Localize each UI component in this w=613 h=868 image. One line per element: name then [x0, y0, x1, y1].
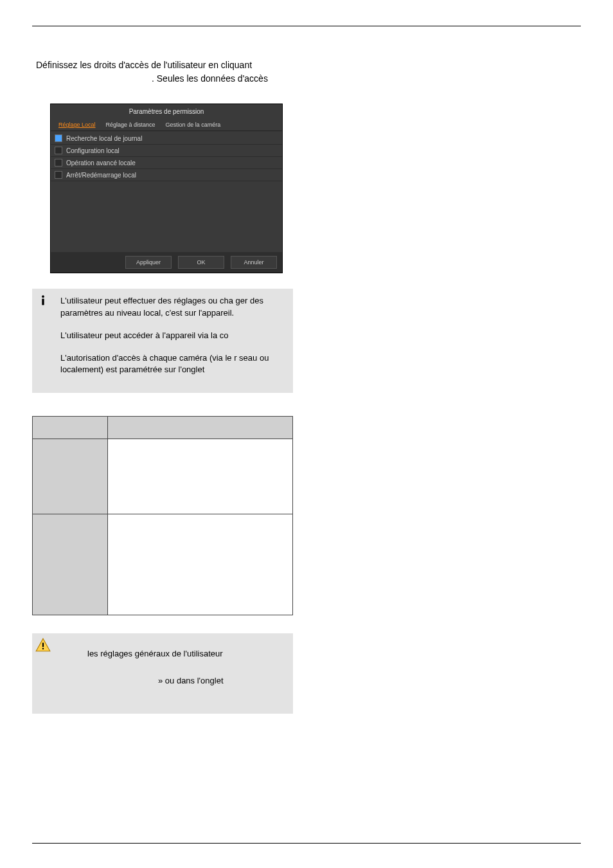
permission-list: Recherche local de journal Configuration… [51, 131, 282, 181]
dialog-tabs: Réglage Local Réglage à distance Gestion… [51, 119, 282, 131]
dialog-title: Paramètres de permission [51, 104, 282, 119]
perm-row[interactable]: Arrêt/Redémarrage local [51, 169, 282, 181]
info-p3: L'autorisation d'accès à chaque caméra (… [60, 352, 287, 377]
table-row [33, 514, 293, 615]
svg-rect-1 [42, 299, 44, 305]
top-rule [32, 26, 581, 26]
svg-point-0 [42, 295, 44, 298]
table-header-cell [108, 417, 293, 439]
tab-camera[interactable]: Gestion de la caméra [161, 119, 226, 131]
checkbox-icon[interactable] [55, 147, 62, 154]
perm-label: Recherche local de journal [66, 135, 142, 142]
warning-icon [32, 633, 54, 713]
perm-label: Opération avancé locale [66, 159, 136, 167]
table-header-row [33, 417, 293, 439]
intro-line1: Définissez les droits d'accès de l'utili… [36, 60, 252, 70]
perm-row[interactable]: Recherche local de journal [51, 132, 282, 145]
table-header-cell [33, 417, 108, 439]
tab-local[interactable]: Réglage Local [53, 119, 101, 131]
warn-line1: les réglages généraux de l'utilisateur [87, 649, 223, 658]
perm-label: Arrêt/Redémarrage local [66, 172, 136, 179]
info-p2: L'utilisateur peut accéder à l'appareil … [60, 330, 287, 342]
perm-label: Configuration local [66, 147, 120, 154]
warning-box: les réglages généraux de l'utilisateur »… [32, 633, 293, 713]
permission-dialog: Paramètres de permission Réglage Local R… [50, 104, 283, 273]
table-cell [108, 514, 293, 615]
warning-body: les réglages généraux de l'utilisateur »… [54, 633, 293, 713]
checkbox-icon[interactable] [55, 171, 62, 179]
apply-button[interactable]: Appliquer [125, 256, 172, 269]
table-row [33, 439, 293, 514]
svg-rect-3 [42, 643, 44, 647]
parameters-table [32, 416, 293, 615]
ok-button[interactable]: OK [178, 256, 224, 269]
svg-rect-4 [42, 648, 44, 649]
checkbox-icon[interactable] [55, 159, 62, 167]
table-row-header [33, 514, 108, 615]
perm-row[interactable]: Configuration local [51, 145, 282, 157]
perm-row[interactable]: Opération avancé locale [51, 157, 282, 169]
checkbox-icon[interactable] [55, 134, 62, 142]
warn-line2: » ou dans l'onglet [87, 674, 224, 688]
table-cell [108, 439, 293, 514]
cancel-button[interactable]: Annuler [231, 256, 277, 269]
info-p1: L'utilisateur peut effectuer des réglage… [60, 295, 287, 320]
intro-line2: . Seules les données d'accès [36, 72, 268, 86]
dialog-spacer [51, 181, 282, 252]
info-body: L'utilisateur peut effectuer des réglage… [54, 289, 293, 393]
dialog-buttons: Appliquer OK Annuler [51, 252, 282, 273]
intro-text: Définissez les droits d'accès de l'utili… [36, 59, 581, 86]
bottom-rule [32, 843, 581, 844]
table-row-header [33, 439, 108, 514]
tab-remote[interactable]: Réglage à distance [101, 119, 161, 131]
info-icon [32, 289, 54, 393]
info-box: L'utilisateur peut effectuer des réglage… [32, 289, 293, 393]
